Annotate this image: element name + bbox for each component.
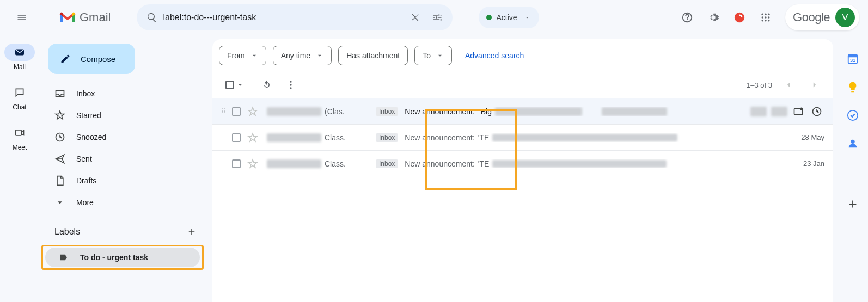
page-prev[interactable] [779, 75, 798, 95]
keep-app[interactable] [846, 81, 859, 94]
nav-snoozed-label: Snoozed [76, 133, 106, 141]
refresh-icon [261, 79, 272, 90]
star-icon [54, 110, 65, 121]
more-button[interactable] [281, 75, 301, 95]
plus-icon [187, 227, 197, 237]
avatar[interactable]: V [835, 8, 855, 27]
row-checkbox[interactable] [232, 133, 241, 142]
drafts-icon [54, 175, 65, 186]
filter-from[interactable]: From [219, 46, 266, 65]
nav-sent[interactable]: Sent [39, 148, 208, 170]
nav-snoozed[interactable]: Snoozed [39, 126, 208, 148]
tasks-app[interactable] [846, 109, 859, 122]
header: Gmail Active Google V [0, 0, 868, 35]
add-label-button[interactable] [184, 224, 199, 239]
mark-unread-button[interactable] [791, 104, 806, 119]
advanced-search-link[interactable]: Advanced search [465, 51, 524, 60]
svg-point-8 [762, 20, 763, 21]
search-options-button[interactable] [426, 7, 448, 28]
search-input[interactable] [163, 13, 405, 22]
search-button[interactable] [141, 7, 163, 28]
redacted-text [492, 134, 677, 141]
select-all-checkbox[interactable] [225, 81, 234, 89]
rail-mail[interactable]: Mail [4, 44, 35, 71]
contacts-app[interactable] [846, 137, 859, 150]
row-checkbox[interactable] [232, 107, 241, 116]
contacts-icon [847, 138, 859, 150]
filter-to-label: To [423, 51, 431, 60]
send-icon [54, 153, 65, 164]
account-pill[interactable]: Google V [785, 4, 859, 30]
filter-from-label: From [227, 51, 245, 60]
nav-inbox[interactable]: Inbox [39, 83, 208, 104]
sender: Class. [267, 133, 376, 142]
mail-unread-icon [793, 106, 804, 117]
calendar-app[interactable]: 31 [846, 52, 859, 65]
mail-row[interactable]: ⠿ Class. Inbox New announcement: 'TE 28 … [212, 124, 833, 150]
svg-point-18 [800, 107, 803, 110]
redacted-icon [750, 107, 767, 116]
add-addon-button[interactable] [847, 198, 859, 210]
header-right: Google V [676, 4, 859, 30]
row-star[interactable] [247, 132, 258, 143]
svg-text:31: 31 [850, 58, 855, 63]
left-rail: Mail Chat Meet [0, 35, 39, 151]
tasks-icon [847, 109, 859, 121]
svg-point-1 [735, 13, 744, 22]
rail-meet[interactable]: Meet [4, 124, 35, 151]
snooze-button[interactable] [809, 104, 824, 119]
nav-starred-label: Starred [76, 111, 101, 120]
rail-chat[interactable]: Chat [4, 84, 35, 111]
nav-more[interactable]: More [39, 192, 208, 213]
settings-button[interactable] [702, 7, 724, 28]
plus-icon [847, 198, 859, 210]
main-menu-button[interactable] [9, 4, 35, 30]
redacted-text [492, 160, 667, 168]
filter-to[interactable]: To [414, 46, 452, 65]
svg-point-5 [762, 16, 763, 18]
gear-icon [707, 11, 719, 23]
gmail-logo[interactable]: Gmail [59, 10, 111, 24]
clear-search-button[interactable] [405, 7, 426, 28]
redacted-text [267, 159, 321, 168]
support-button[interactable] [676, 7, 698, 28]
google-apps-button[interactable] [755, 7, 777, 28]
extension-button[interactable] [729, 7, 750, 28]
select-all[interactable] [225, 81, 244, 89]
svg-point-16 [290, 87, 291, 89]
filter-has-attachment[interactable]: Has attachment [338, 46, 408, 65]
filter-any-time[interactable]: Any time [273, 46, 332, 65]
red-circle-icon [733, 11, 745, 23]
row-star[interactable] [247, 158, 258, 169]
nav-starred[interactable]: Starred [39, 104, 208, 126]
status-chip[interactable]: Active [479, 7, 539, 28]
pager-text: 1–3 of 3 [747, 81, 772, 89]
inbox-icon [54, 88, 65, 99]
search-bar [137, 4, 453, 30]
star-outline-icon [247, 158, 258, 169]
row-checkbox[interactable] [232, 159, 241, 168]
subject: Inbox New announcement: 'TE [376, 133, 792, 142]
row-star[interactable] [247, 106, 258, 117]
refresh-button[interactable] [257, 75, 277, 95]
label-tag-icon [58, 252, 69, 263]
search-icon [146, 12, 157, 23]
chevron-down-icon [250, 52, 258, 59]
nav-drafts[interactable]: Drafts [39, 170, 208, 192]
gmail-logo-text: Gmail [80, 10, 111, 24]
status-dot-icon [486, 15, 492, 20]
pager: 1–3 of 3 [747, 75, 824, 95]
inbox-badge: Inbox [376, 159, 398, 168]
main-panel: From Any time Has attachment To Advanced… [212, 39, 833, 302]
compose-button[interactable]: Compose [48, 44, 135, 74]
svg-rect-21 [848, 55, 858, 58]
sender-suffix: (Clas. [325, 107, 345, 116]
mail-date: 28 May [792, 133, 824, 141]
mail-row[interactable]: ⠿ Class. Inbox New announcement: 'TE 23 … [212, 150, 833, 176]
label-to-do-urgent[interactable]: To do - urgent task [45, 248, 200, 267]
chevron-right-icon [810, 80, 820, 90]
page-next[interactable] [805, 75, 824, 95]
mail-row[interactable]: ⠿ (Clas. Inbox New announcement: "Big [212, 98, 833, 124]
drag-handle-icon[interactable]: ⠿ [221, 108, 228, 115]
close-icon [410, 12, 421, 23]
